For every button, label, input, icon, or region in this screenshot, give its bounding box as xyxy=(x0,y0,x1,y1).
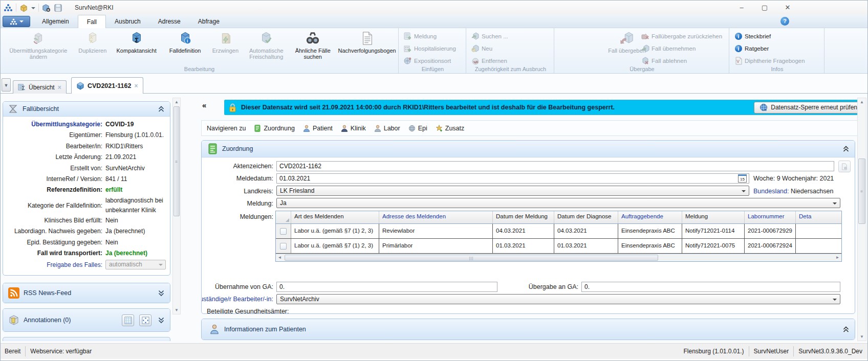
cell: 04.03.2021 xyxy=(493,224,554,238)
tab-list-dropdown-button[interactable]: ▼ xyxy=(2,78,11,92)
annotations-panel: Annotationen (0) xyxy=(3,308,170,332)
scroll-left-icon[interactable]: ◄ xyxy=(276,254,284,261)
calendar-picker-icon[interactable]: 15 xyxy=(738,174,747,183)
tab-uebersicht[interactable]: Σ Übersicht × xyxy=(13,80,67,94)
nav-link-zuordnung[interactable]: Zuordnung xyxy=(253,124,294,132)
aktenzeichen-tool-button[interactable] xyxy=(838,161,851,172)
nav-link-epi[interactable]: Epi xyxy=(408,124,427,132)
freigabe-dropdown[interactable]: automatisch xyxy=(105,260,166,269)
zuordnung-header[interactable]: Zuordnung xyxy=(202,141,855,157)
annotation-grid-button[interactable] xyxy=(122,314,134,326)
fall-ablehnen-button[interactable]: Fall ablehnen xyxy=(637,55,722,67)
freigabe-label: Freigabe des Falles: xyxy=(3,260,105,270)
nav-link-zusatz[interactable]: Zusatz xyxy=(435,124,465,132)
bearbeiter-dropdown[interactable]: SurvNetArchiv xyxy=(276,294,840,304)
scroll-up-icon[interactable]: ▲ xyxy=(173,100,180,104)
save-icon[interactable] xyxy=(54,4,62,12)
sidebar-scrollbar-thumb[interactable]: ≡ xyxy=(173,106,180,216)
fall-uebernehmen-button[interactable]: Fall übernehmen xyxy=(637,42,722,55)
column-header[interactable]: Datum der Diagnose xyxy=(554,211,618,223)
maximize-button[interactable]: ▢ xyxy=(757,3,772,13)
scroll-right-icon[interactable]: ► xyxy=(834,254,841,261)
menu-tab-allgemein[interactable]: Allgemein xyxy=(33,15,78,28)
duplizieren-button[interactable]: XX Duplizieren xyxy=(74,30,111,54)
close-tab-icon[interactable]: × xyxy=(134,82,138,89)
column-header[interactable]: Art des Meldenden xyxy=(291,211,379,223)
selector-column-header[interactable] xyxy=(276,211,291,223)
minimize-button[interactable]: – xyxy=(734,3,749,13)
menu-tab-fall[interactable]: Fall xyxy=(78,15,106,28)
nav-link-labor[interactable]: Labor xyxy=(374,124,400,132)
annotation-move-button[interactable] xyxy=(139,314,151,326)
column-header[interactable]: Adresse des Meldenden xyxy=(379,211,493,223)
row-checkbox[interactable] xyxy=(280,243,287,250)
hscroll-thumb[interactable]: ||| xyxy=(285,255,658,261)
falldefinition-button[interactable]: i Falldefinition xyxy=(162,30,208,54)
close-button[interactable]: ✕ xyxy=(780,3,795,13)
case-accept-icon xyxy=(641,44,649,53)
collapse-chevron-up-icon[interactable] xyxy=(842,326,850,333)
expand-chevron-down-icon[interactable] xyxy=(158,289,165,297)
ratgeber-button[interactable]: i Ratgeber xyxy=(730,42,824,55)
landkreis-dropdown[interactable]: LK Friesland xyxy=(276,186,749,196)
uebermittlungskategorie-aendern-button[interactable]: Übermittlungskategorie ändern xyxy=(3,30,74,60)
collapse-chevron-up-icon[interactable] xyxy=(158,105,165,112)
collapse-chevron-up-icon[interactable] xyxy=(842,145,850,152)
ausbruch-suchen-button[interactable]: Suchen ... xyxy=(467,30,554,42)
annotations-header[interactable]: Annotationen (0) xyxy=(3,309,170,331)
meldungen-table: Art des Meldenden Adresse des Meldenden … xyxy=(275,211,842,262)
column-header[interactable]: Labornummer xyxy=(745,211,796,223)
menu-tab-ausbruch[interactable]: Ausbruch xyxy=(106,15,149,28)
table-row[interactable]: Labor u.ä. (gemäß §7 (1) 2, 3) Reviewlab… xyxy=(276,224,841,239)
uebergabe-ga-input[interactable] xyxy=(581,282,840,292)
falluebergabe-zurueckziehen-button[interactable]: Fallübergabe zurückziehen xyxy=(637,30,722,42)
meldung-dropdown[interactable]: Ja xyxy=(276,198,840,208)
ausbruch-entfernen-button[interactable]: Entfernen xyxy=(467,55,554,67)
expand-chevron-down-icon[interactable] xyxy=(158,317,165,324)
hospitalisierung-button[interactable]: Hospitalisierung xyxy=(400,42,466,55)
app-logo-icon xyxy=(10,18,17,26)
uebernahme-ga-input[interactable] xyxy=(276,282,497,292)
automatische-freischaltung-button[interactable]: Automatische Freischaltung xyxy=(243,30,290,60)
sidebar-scrollbar[interactable]: ▲ ≡ ▼ xyxy=(172,98,181,314)
application-menu-button[interactable] xyxy=(3,16,30,27)
close-tab-icon[interactable]: × xyxy=(58,84,61,91)
recheck-lock-button[interactable]: Datensatz-Sperre erneut prüfen xyxy=(754,102,863,114)
nachverfolgungsbogen-button[interactable]: Nachverfolgungsbogen xyxy=(336,30,398,54)
menu-tab-abfrage[interactable]: Abfrage xyxy=(189,15,228,28)
row-checkbox[interactable] xyxy=(280,228,287,235)
aktenzeichen-input[interactable] xyxy=(276,161,834,171)
nav-link-patient[interactable]: Patient xyxy=(302,124,333,132)
collapse-sidebar-button[interactable]: « xyxy=(202,101,205,109)
column-header[interactable]: Meldung xyxy=(682,211,745,223)
meldedatum-input[interactable] xyxy=(276,173,749,184)
diphtherie-fragebogen-button[interactable]: V Diphtherie Fragebogen xyxy=(730,55,824,67)
quick-access-lock-cube-icon[interactable] xyxy=(42,4,51,12)
nav-link-klinik[interactable]: Klinik xyxy=(340,124,366,132)
kompaktansicht-button[interactable]: Σ Kompaktansicht xyxy=(111,30,162,54)
column-header[interactable]: Auftraggebende xyxy=(618,211,682,223)
menu-tab-adresse[interactable]: Adresse xyxy=(149,15,189,28)
aehnliche-faelle-suchen-button[interactable]: Ähnliche Fälle suchen xyxy=(290,30,336,60)
tab-case-cvd2021-1162[interactable]: CVD2021-1162 × xyxy=(71,77,143,94)
table-row[interactable]: Labor u.ä. (gemäß §7 (1) 2, 3) Primärlab… xyxy=(276,239,841,254)
quick-access-dropdown-caret[interactable] xyxy=(31,7,35,11)
erzwingen-button[interactable]: Erzwingen xyxy=(208,30,243,54)
main-scrollbar[interactable]: ▲ ≡ ▼ xyxy=(857,98,866,341)
falluebersicht-header[interactable]: Fallübersicht xyxy=(3,102,170,117)
steckbrief-button[interactable]: i Steckbrief xyxy=(730,30,824,42)
meldung-einfuegen-button[interactable]: Meldung xyxy=(400,30,466,42)
scroll-down-icon[interactable]: ▼ xyxy=(173,308,180,312)
main-scrollbar-thumb[interactable]: ≡ xyxy=(858,159,865,224)
column-header[interactable]: Deta xyxy=(796,211,841,223)
scroll-up-icon[interactable]: ▲ xyxy=(858,100,866,104)
expositionsort-button[interactable]: Expositionsort xyxy=(400,55,466,67)
rss-header[interactable]: RSS News-Feed xyxy=(3,283,170,303)
table-horizontal-scrollbar[interactable]: ◄ ||| ► xyxy=(276,254,841,261)
ausbruch-neu-button[interactable]: Neu xyxy=(467,42,554,55)
patient-header[interactable]: Informationen zum Patienten xyxy=(202,319,855,340)
scroll-down-icon[interactable]: ▼ xyxy=(858,334,866,339)
help-button[interactable]: ? xyxy=(780,17,789,26)
quick-access-cube-icon[interactable] xyxy=(19,4,28,12)
column-header[interactable]: Datum der Meldung xyxy=(493,211,554,223)
